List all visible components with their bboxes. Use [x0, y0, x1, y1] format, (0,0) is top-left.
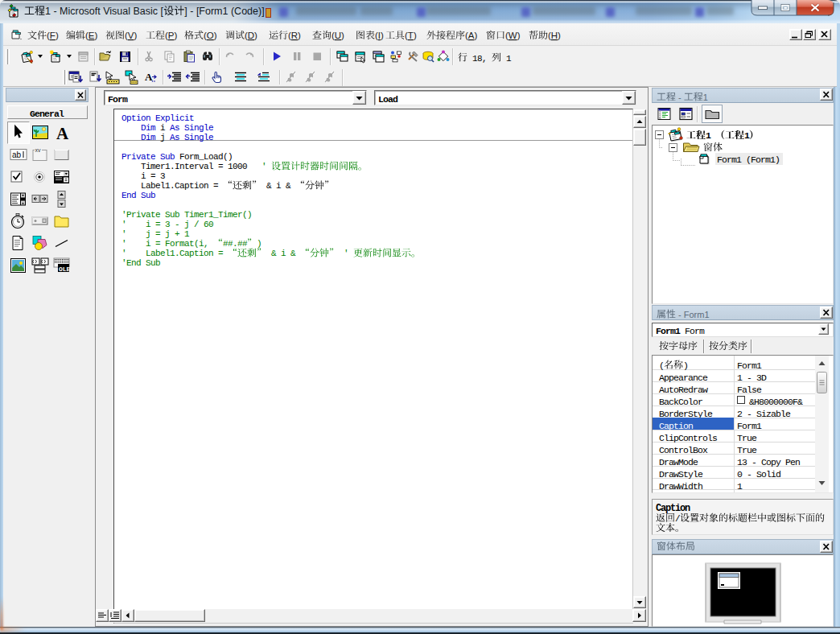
svg-text:' j = j + 1: ' j = j + 1	[121, 228, 190, 238]
svg-text:Form_Load(): Form_Load()	[179, 151, 233, 161]
svg-text:0 - Solid: 0 - Solid	[737, 468, 780, 479]
svg-text:R: R	[290, 31, 297, 40]
svg-text:1: 1	[737, 480, 743, 491]
svg-text:Dim: Dim	[141, 122, 156, 132]
svg-text:): )	[94, 31, 97, 40]
svg-text:False: False	[737, 384, 762, 394]
svg-text:): )	[414, 31, 417, 40]
svg-text:True: True	[737, 444, 757, 455]
svg-text:O: O	[207, 31, 214, 40]
svg-text:Form1: Form1	[656, 326, 681, 336]
svg-text:/: /	[675, 514, 680, 524]
svg-text:Form1: Form1	[737, 420, 762, 430]
svg-text:&H8000000F&: &H8000000F&	[749, 396, 803, 406]
svg-text:W: W	[508, 31, 517, 40]
svg-text:-: -	[676, 93, 684, 102]
svg-text:DrawWidth: DrawWidth	[659, 480, 702, 491]
svg-text:Form: Form	[680, 326, 705, 336]
svg-text:A: A	[56, 124, 69, 143]
svg-text:Form: Form	[108, 94, 128, 105]
svg-text:] - [Form1 (Code)]: ] - [Form1 (Code)]	[184, 6, 264, 17]
svg-text:Appearance: Appearance	[659, 372, 708, 382]
svg-text:##.##: ##.##	[223, 238, 248, 248]
svg-text:' i = 3 - j / 60: ' i = 3 - j / 60	[121, 219, 213, 228]
svg-text:U: U	[334, 31, 340, 40]
svg-text:D: D	[248, 31, 254, 40]
svg-text:Load: Load	[378, 94, 398, 105]
svg-text:- Form1: - Form1	[676, 310, 710, 319]
svg-text:): )	[381, 31, 384, 40]
svg-text:'Private Sub Timer1_Timer(): 'Private Sub Timer1_Timer()	[121, 209, 252, 219]
svg-text:& i &: & i &	[266, 248, 300, 257]
svg-text:DrawStyle: DrawStyle	[659, 468, 703, 479]
svg-text:1: 1	[501, 54, 512, 64]
svg-text:Timer1.Interval = 1000: Timer1.Interval = 1000	[141, 161, 261, 171]
svg-text:DrawMode: DrawMode	[659, 456, 698, 467]
svg-text:1 - 3D: 1 - 3D	[737, 372, 767, 382]
svg-text:): )	[214, 31, 217, 40]
svg-text:'End Sub: 'End Sub	[121, 257, 160, 267]
svg-text:As Single: As Single	[170, 122, 213, 132]
svg-text:18,: 18,	[467, 54, 492, 64]
svg-text:True: True	[737, 432, 757, 443]
svg-text:i: i	[155, 122, 170, 132]
svg-text:): )	[134, 31, 137, 40]
svg-text:): )	[517, 31, 520, 40]
svg-text:& i &: & i &	[261, 180, 295, 190]
svg-text:): )	[474, 31, 477, 40]
svg-text:' i = Format(i,: ' i = Format(i,	[121, 238, 213, 248]
svg-text:Option Explicit: Option Explicit	[121, 113, 194, 122]
svg-text:): )	[298, 31, 301, 40]
svg-text:Label1.Caption =: Label1.Caption =	[141, 180, 223, 190]
svg-text:j: j	[155, 132, 170, 142]
svg-text:2 - Sizable: 2 - Sizable	[737, 408, 791, 418]
svg-text:): )	[558, 31, 561, 40]
svg-text:): )	[257, 238, 261, 248]
svg-text:Form1: Form1	[737, 360, 762, 371]
svg-text:': '	[261, 161, 271, 171]
svg-text:): )	[254, 31, 257, 40]
svg-text:OLE: OLE	[59, 266, 71, 273]
svg-text:i = 3: i = 3	[141, 171, 165, 180]
svg-text:Private Sub: Private Sub	[121, 151, 179, 161]
svg-text:End Sub: End Sub	[121, 190, 155, 200]
svg-text:': '	[339, 248, 353, 257]
svg-text:ab: ab	[12, 150, 22, 159]
svg-text:ClipControls: ClipControls	[659, 432, 717, 443]
svg-text:): )	[683, 360, 688, 371]
svg-text:): )	[174, 31, 177, 40]
svg-text:13 - Copy Pen: 13 - Copy Pen	[737, 456, 800, 467]
svg-text:T: T	[408, 31, 414, 40]
svg-text:A: A	[145, 71, 153, 83]
svg-text:): )	[341, 31, 344, 40]
svg-text:AutoRedraw: AutoRedraw	[659, 384, 708, 394]
svg-text:As Single: As Single	[170, 132, 213, 142]
svg-text:H: H	[551, 31, 558, 40]
svg-text:Caption: Caption	[659, 420, 693, 430]
svg-text:1: 1	[703, 93, 708, 102]
svg-text:BackColor: BackColor	[659, 396, 702, 406]
svg-text:xv: xv	[35, 147, 42, 153]
svg-text:ControlBox: ControlBox	[659, 444, 708, 455]
svg-text:' Label1.Caption =: ' Label1.Caption =	[121, 248, 228, 257]
svg-text:Dim: Dim	[141, 132, 156, 142]
svg-text:(: (	[659, 360, 664, 371]
